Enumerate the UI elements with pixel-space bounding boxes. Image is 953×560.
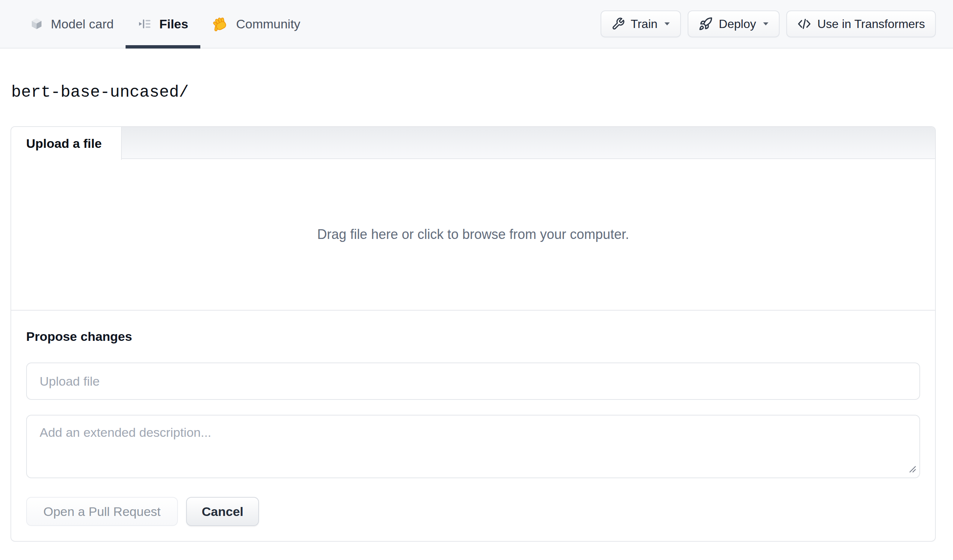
- dropzone-hint-text: Drag file here or click to browse from y…: [317, 227, 629, 242]
- chevron-down-icon: [763, 22, 769, 26]
- tab-community[interactable]: Community: [200, 0, 312, 48]
- wrench-icon: [612, 17, 625, 31]
- tab-files[interactable]: Files: [126, 0, 200, 48]
- deploy-button[interactable]: Deploy: [688, 11, 779, 37]
- upload-file-input[interactable]: [26, 362, 920, 400]
- open-pull-request-button[interactable]: Open a Pull Request: [26, 497, 178, 526]
- cube-icon: [29, 16, 44, 31]
- tab-model-card-label: Model card: [51, 17, 113, 31]
- upload-panel: Upload a file Drag file here or click to…: [11, 126, 936, 542]
- repo-header-nav: Model card Files: [0, 0, 953, 48]
- tab-upload-a-file-label: Upload a file: [26, 136, 102, 151]
- deploy-button-label: Deploy: [719, 17, 756, 31]
- waving-hand-icon: [212, 15, 230, 32]
- propose-actions-row: Open a Pull Request Cancel: [26, 497, 920, 526]
- header-actions: Train Deploy: [601, 0, 936, 48]
- use-in-transformers-label: Use in Transformers: [817, 17, 925, 31]
- train-button[interactable]: Train: [601, 11, 681, 37]
- description-field-wrapper: [26, 415, 920, 478]
- files-list-icon: [138, 16, 152, 31]
- upload-panel-tabbar: Upload a file: [11, 127, 935, 159]
- propose-changes-heading: Propose changes: [26, 329, 920, 344]
- rocket-icon: [698, 17, 713, 31]
- tab-files-label: Files: [159, 17, 188, 31]
- train-button-label: Train: [631, 17, 658, 31]
- tab-upload-a-file[interactable]: Upload a file: [11, 127, 122, 160]
- extended-description-textarea[interactable]: [26, 415, 920, 478]
- chevron-down-icon: [664, 22, 670, 26]
- code-icon: [797, 17, 811, 31]
- tab-community-label: Community: [236, 17, 301, 31]
- tab-model-card[interactable]: Model card: [17, 0, 126, 48]
- cancel-button[interactable]: Cancel: [186, 497, 259, 526]
- file-dropzone[interactable]: Drag file here or click to browse from y…: [11, 159, 935, 311]
- use-in-transformers-button[interactable]: Use in Transformers: [786, 11, 936, 37]
- propose-changes-section: Propose changes Open a Pull Request Canc…: [11, 311, 935, 541]
- repo-path-title: bert-base-uncased/: [11, 83, 953, 102]
